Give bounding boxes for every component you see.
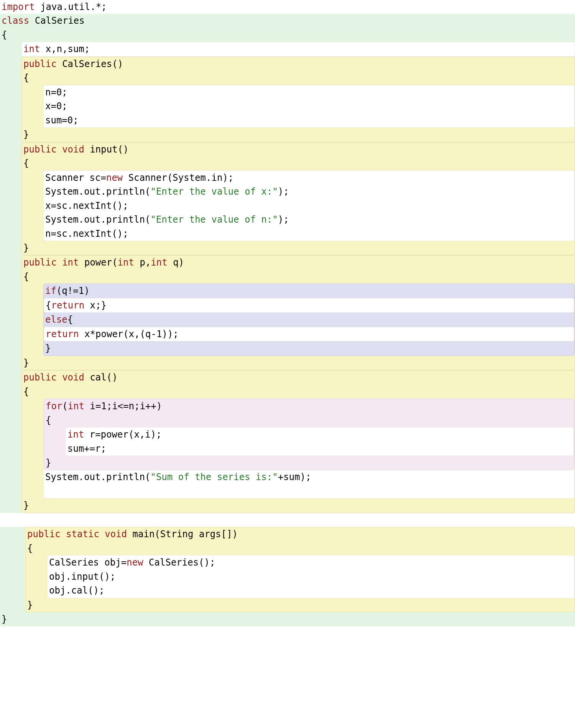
code-listing: import java.util.*; class CalSeries { in… xyxy=(0,0,575,626)
code-line: int x,n,sum; xyxy=(22,42,575,56)
code-text: power( xyxy=(79,257,118,268)
keyword: int xyxy=(67,429,84,440)
code-text: } xyxy=(45,343,51,354)
code-line: System.out.println("Enter the value of n… xyxy=(44,213,574,226)
code-line: } xyxy=(44,456,574,470)
keyword: void xyxy=(99,529,127,539)
code-text: { xyxy=(27,543,33,554)
code-line: System.out.println("Enter the value of x… xyxy=(44,185,574,198)
keyword: import xyxy=(2,2,35,12)
code-text: } xyxy=(23,357,29,368)
code-text: CalSeries() xyxy=(57,59,123,69)
code-text: p, xyxy=(134,257,151,268)
code-text: Scanner(System.in); xyxy=(123,172,233,183)
keyword: if xyxy=(45,285,56,296)
keyword: public xyxy=(23,257,57,268)
code-text: x;} xyxy=(84,300,107,311)
code-text: obj.cal(); xyxy=(49,585,105,596)
keyword: int xyxy=(23,44,40,54)
keyword: static xyxy=(61,529,99,539)
method-power-block: public int power(int p,int q) { if(q!=1)… xyxy=(21,255,575,370)
code-text: { xyxy=(23,72,29,83)
keyword: public xyxy=(27,529,61,539)
code-line: { xyxy=(22,156,575,170)
code-line: CalSeries obj=new CalSeries(); xyxy=(48,556,574,569)
field-block: int x,n,sum; xyxy=(21,42,575,56)
code-line: import java.util.*; xyxy=(0,0,575,14)
keyword: public xyxy=(23,59,57,69)
code-text: } xyxy=(23,500,29,511)
keyword: int xyxy=(151,257,167,268)
code-line: { xyxy=(26,541,575,555)
string-literal: "Sum of the series is:" xyxy=(151,472,278,482)
code-text: Scanner sc= xyxy=(45,172,106,183)
code-text: ( xyxy=(62,401,67,412)
constructor-body: n=0; x=0; sum=0; xyxy=(43,85,575,128)
code-line: } xyxy=(26,598,575,612)
code-line: System.out.println("Sum of the series is… xyxy=(44,470,574,484)
if-block: if(q!=1) {return x;} else{ return x*powe… xyxy=(43,284,575,356)
keyword: else xyxy=(45,314,67,325)
code-text: java.util.*; xyxy=(35,2,107,12)
keyword: for xyxy=(46,401,62,412)
code-line: public int power(int p,int q) xyxy=(22,256,575,269)
keyword: class xyxy=(2,15,29,26)
keyword: public xyxy=(23,144,57,155)
code-text: r=power(x,i); xyxy=(84,429,161,440)
keyword: new xyxy=(106,172,123,183)
code-text: ); xyxy=(278,214,289,225)
code-line: obj.cal(); xyxy=(48,584,574,597)
main-body: CalSeries obj=new CalSeries(); obj.input… xyxy=(47,555,575,598)
code-text: x*power(x,(q-1)); xyxy=(79,329,179,339)
code-text: n=sc.nextInt(); xyxy=(45,228,128,239)
keyword: int xyxy=(68,401,84,412)
code-line: public CalSeries() xyxy=(22,57,575,71)
code-text: n=0; xyxy=(45,87,67,98)
code-text: sum=0; xyxy=(45,115,79,126)
code-line: int r=power(x,i); xyxy=(66,428,573,441)
keyword: int xyxy=(118,257,134,268)
code-line: n=sc.nextInt(); xyxy=(44,227,574,241)
keyword: return xyxy=(46,329,79,339)
keyword: void xyxy=(57,372,84,383)
code-text: sum+=r; xyxy=(67,443,106,454)
code-line: Scanner sc=new Scanner(System.in); xyxy=(44,171,574,185)
code-text: CalSeries obj= xyxy=(49,557,127,568)
method-cal-block: public void cal() { for(int i=1;i<=n;i++… xyxy=(21,370,575,513)
code-line: } xyxy=(22,241,575,255)
code-line: { xyxy=(22,270,575,284)
for-block: for(int i=1;i<=n;i++) { int r=power(x,i)… xyxy=(44,399,574,470)
input-body: Scanner sc=new Scanner(System.in); Syste… xyxy=(43,171,575,241)
code-text: x=sc.nextInt(); xyxy=(45,200,128,211)
code-line: sum=0; xyxy=(44,113,574,127)
code-text: input() xyxy=(84,144,129,155)
code-line: for(int i=1;i<=n;i++) xyxy=(44,399,574,413)
method-input-block: public void input() { Scanner sc=new Sca… xyxy=(21,142,575,256)
code-line: { xyxy=(44,413,574,427)
code-text: CalSeries xyxy=(29,15,85,26)
code-line: obj.input(); xyxy=(48,570,574,584)
keyword: return xyxy=(51,300,84,311)
code-text: System.out.println( xyxy=(45,186,151,197)
keyword: public xyxy=(23,372,57,383)
code-line: { xyxy=(22,385,575,398)
code-text: q) xyxy=(168,257,184,268)
code-line: if(q!=1) xyxy=(44,284,574,298)
code-text: { xyxy=(23,386,29,397)
code-line: x=0; xyxy=(44,99,574,113)
code-line: { xyxy=(22,71,575,85)
code-text: { xyxy=(23,271,29,282)
code-text: } xyxy=(23,243,29,253)
code-line: else{ xyxy=(44,313,574,326)
code-text: i=1;i<=n;i++) xyxy=(84,401,162,412)
code-line: } xyxy=(0,612,575,626)
code-line: class CalSeries xyxy=(0,14,575,28)
code-text: } xyxy=(23,129,29,140)
keyword: void xyxy=(57,144,84,155)
code-line: public static void main(String args[]) xyxy=(26,527,575,541)
code-line: sum+=r; xyxy=(66,442,573,456)
code-text: { xyxy=(46,300,51,311)
string-literal: "Enter the value of x:" xyxy=(151,186,278,197)
code-text: { xyxy=(23,158,29,169)
code-text: x=0; xyxy=(45,101,67,111)
